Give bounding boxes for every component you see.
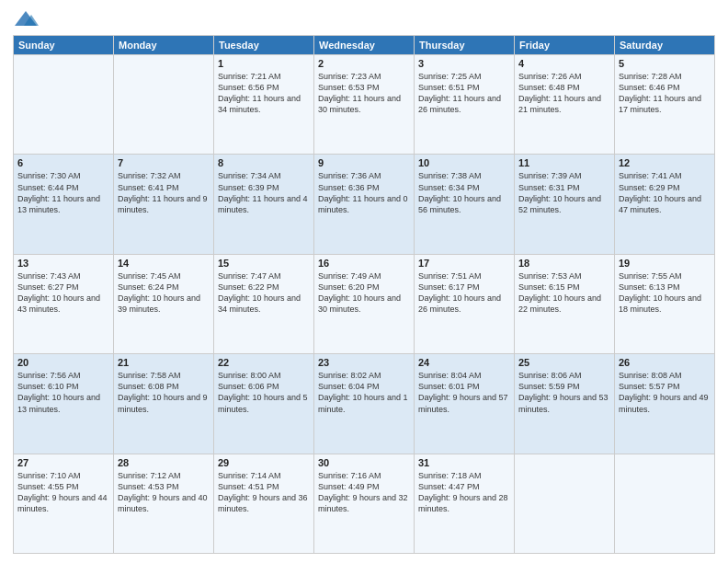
calendar-cell: 18Sunrise: 7:53 AMSunset: 6:15 PMDayligh… — [515, 254, 615, 353]
day-number: 30 — [318, 457, 410, 468]
calendar-cell: 3Sunrise: 7:25 AMSunset: 6:51 PMDaylight… — [415, 55, 515, 155]
day-detail: Sunrise: 7:32 AMSunset: 6:41 PMDaylight:… — [118, 170, 210, 215]
day-number: 18 — [518, 258, 610, 269]
calendar-cell: 20Sunrise: 7:56 AMSunset: 6:10 PMDayligh… — [14, 354, 114, 454]
calendar-cell: 29Sunrise: 7:14 AMSunset: 4:51 PMDayligh… — [214, 454, 314, 553]
calendar-cell: 10Sunrise: 7:38 AMSunset: 6:34 PMDayligh… — [415, 155, 515, 254]
day-detail: Sunrise: 7:18 AMSunset: 4:47 PMDaylight:… — [418, 470, 510, 515]
day-number: 23 — [318, 357, 410, 368]
day-number: 13 — [17, 258, 109, 269]
day-detail: Sunrise: 7:26 AMSunset: 6:48 PMDaylight:… — [518, 71, 610, 116]
day-detail: Sunrise: 7:36 AMSunset: 6:36 PMDaylight:… — [318, 170, 410, 215]
calendar-cell: 19Sunrise: 7:55 AMSunset: 6:13 PMDayligh… — [615, 254, 715, 353]
day-number: 24 — [418, 357, 510, 368]
calendar-cell: 30Sunrise: 7:16 AMSunset: 4:49 PMDayligh… — [314, 454, 415, 553]
day-detail: Sunrise: 7:30 AMSunset: 6:44 PMDaylight:… — [17, 170, 109, 215]
day-number: 9 — [318, 157, 410, 168]
calendar-cell — [114, 55, 214, 155]
day-detail: Sunrise: 7:23 AMSunset: 6:53 PMDaylight:… — [318, 71, 410, 116]
calendar-cell: 7Sunrise: 7:32 AMSunset: 6:41 PMDaylight… — [114, 155, 214, 254]
calendar-cell: 14Sunrise: 7:45 AMSunset: 6:24 PMDayligh… — [114, 254, 214, 353]
header — [13, 9, 715, 29]
day-number: 6 — [17, 157, 109, 168]
day-detail: Sunrise: 7:14 AMSunset: 4:51 PMDaylight:… — [218, 470, 310, 515]
day-detail: Sunrise: 7:58 AMSunset: 6:08 PMDaylight:… — [118, 370, 210, 415]
calendar-cell: 15Sunrise: 7:47 AMSunset: 6:22 PMDayligh… — [214, 254, 314, 353]
day-detail: Sunrise: 8:00 AMSunset: 6:06 PMDaylight:… — [218, 370, 310, 415]
calendar-week-4: 20Sunrise: 7:56 AMSunset: 6:10 PMDayligh… — [14, 354, 715, 454]
weekday-header-monday: Monday — [114, 36, 214, 55]
calendar-cell: 8Sunrise: 7:34 AMSunset: 6:39 PMDaylight… — [214, 155, 314, 254]
calendar-cell: 21Sunrise: 7:58 AMSunset: 6:08 PMDayligh… — [114, 354, 214, 454]
calendar-cell: 17Sunrise: 7:51 AMSunset: 6:17 PMDayligh… — [415, 254, 515, 353]
day-number: 4 — [518, 58, 610, 69]
day-detail: Sunrise: 7:43 AMSunset: 6:27 PMDaylight:… — [17, 270, 109, 316]
weekday-header-friday: Friday — [515, 36, 615, 55]
calendar-cell: 2Sunrise: 7:23 AMSunset: 6:53 PMDaylight… — [314, 55, 415, 155]
day-number: 27 — [17, 457, 109, 468]
weekday-header-tuesday: Tuesday — [214, 36, 314, 55]
day-detail: Sunrise: 7:41 AMSunset: 6:29 PMDaylight:… — [619, 170, 711, 215]
day-number: 12 — [619, 157, 711, 168]
day-number: 8 — [218, 157, 310, 168]
day-number: 2 — [318, 58, 410, 69]
calendar-cell: 24Sunrise: 8:04 AMSunset: 6:01 PMDayligh… — [415, 354, 515, 454]
day-number: 10 — [418, 157, 510, 168]
day-detail: Sunrise: 7:12 AMSunset: 4:53 PMDaylight:… — [118, 470, 210, 515]
day-number: 22 — [218, 357, 310, 368]
calendar-cell: 9Sunrise: 7:36 AMSunset: 6:36 PMDaylight… — [314, 155, 415, 254]
calendar-cell: 6Sunrise: 7:30 AMSunset: 6:44 PMDaylight… — [14, 155, 114, 254]
calendar-cell: 22Sunrise: 8:00 AMSunset: 6:06 PMDayligh… — [214, 354, 314, 454]
day-detail: Sunrise: 7:56 AMSunset: 6:10 PMDaylight:… — [17, 370, 109, 415]
day-detail: Sunrise: 7:25 AMSunset: 6:51 PMDaylight:… — [418, 71, 510, 116]
weekday-header-wednesday: Wednesday — [314, 36, 415, 55]
calendar-cell: 23Sunrise: 8:02 AMSunset: 6:04 PMDayligh… — [314, 354, 415, 454]
day-detail: Sunrise: 8:06 AMSunset: 5:59 PMDaylight:… — [518, 370, 610, 415]
weekday-header-saturday: Saturday — [615, 36, 715, 55]
day-number: 3 — [418, 58, 510, 69]
day-number: 25 — [518, 357, 610, 368]
day-detail: Sunrise: 8:04 AMSunset: 6:01 PMDaylight:… — [418, 370, 510, 415]
calendar-cell — [515, 454, 615, 553]
calendar-week-1: 1Sunrise: 7:21 AMSunset: 6:56 PMDaylight… — [14, 55, 715, 155]
calendar-cell: 5Sunrise: 7:28 AMSunset: 6:46 PMDaylight… — [615, 55, 715, 155]
day-number: 7 — [118, 157, 210, 168]
day-number: 16 — [318, 258, 410, 269]
calendar-cell: 1Sunrise: 7:21 AMSunset: 6:56 PMDaylight… — [214, 55, 314, 155]
day-detail: Sunrise: 7:38 AMSunset: 6:34 PMDaylight:… — [418, 170, 510, 215]
day-number: 15 — [218, 258, 310, 269]
day-number: 1 — [218, 58, 310, 69]
day-detail: Sunrise: 7:47 AMSunset: 6:22 PMDaylight:… — [218, 270, 310, 316]
calendar-cell: 26Sunrise: 8:08 AMSunset: 5:57 PMDayligh… — [615, 354, 715, 454]
weekday-header-sunday: Sunday — [14, 36, 114, 55]
calendar-cell: 16Sunrise: 7:49 AMSunset: 6:20 PMDayligh… — [314, 254, 415, 353]
day-detail: Sunrise: 7:28 AMSunset: 6:46 PMDaylight:… — [619, 71, 711, 116]
day-detail: Sunrise: 7:49 AMSunset: 6:20 PMDaylight:… — [318, 270, 410, 316]
logo-icon — [13, 9, 39, 29]
day-number: 14 — [118, 258, 210, 269]
day-number: 20 — [17, 357, 109, 368]
calendar-cell — [615, 454, 715, 553]
calendar-cell: 28Sunrise: 7:12 AMSunset: 4:53 PMDayligh… — [114, 454, 214, 553]
day-detail: Sunrise: 7:21 AMSunset: 6:56 PMDaylight:… — [218, 71, 310, 116]
calendar-cell: 25Sunrise: 8:06 AMSunset: 5:59 PMDayligh… — [515, 354, 615, 454]
calendar-cell: 31Sunrise: 7:18 AMSunset: 4:47 PMDayligh… — [415, 454, 515, 553]
day-detail: Sunrise: 7:53 AMSunset: 6:15 PMDaylight:… — [518, 270, 610, 316]
calendar-cell — [14, 55, 114, 155]
page: SundayMondayTuesdayWednesdayThursdayFrid… — [0, 0, 728, 563]
day-number: 31 — [418, 457, 510, 468]
day-number: 5 — [619, 58, 711, 69]
day-detail: Sunrise: 7:16 AMSunset: 4:49 PMDaylight:… — [318, 470, 410, 515]
day-detail: Sunrise: 7:51 AMSunset: 6:17 PMDaylight:… — [418, 270, 510, 316]
day-detail: Sunrise: 7:45 AMSunset: 6:24 PMDaylight:… — [118, 270, 210, 316]
calendar-cell: 11Sunrise: 7:39 AMSunset: 6:31 PMDayligh… — [515, 155, 615, 254]
calendar-cell: 13Sunrise: 7:43 AMSunset: 6:27 PMDayligh… — [14, 254, 114, 353]
day-detail: Sunrise: 8:08 AMSunset: 5:57 PMDaylight:… — [619, 370, 711, 415]
day-detail: Sunrise: 8:02 AMSunset: 6:04 PMDaylight:… — [318, 370, 410, 415]
day-number: 28 — [118, 457, 210, 468]
day-detail: Sunrise: 7:39 AMSunset: 6:31 PMDaylight:… — [518, 170, 610, 215]
logo — [13, 9, 42, 29]
day-number: 19 — [619, 258, 711, 269]
weekday-header-thursday: Thursday — [415, 36, 515, 55]
day-number: 26 — [619, 357, 711, 368]
